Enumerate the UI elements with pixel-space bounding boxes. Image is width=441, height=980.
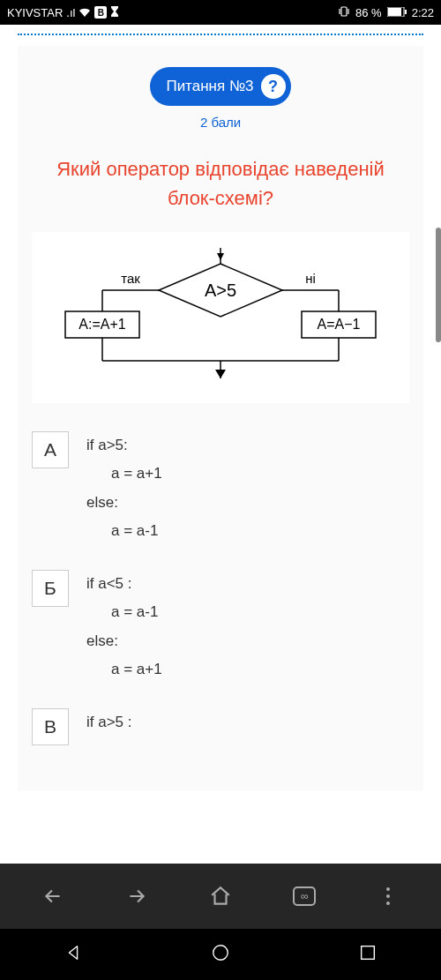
answer-option[interactable]: Вif a>5 :: [32, 708, 409, 745]
nav-recents-button[interactable]: [358, 943, 377, 966]
code-line: a = a+1: [86, 655, 162, 684]
code-line: else:: [86, 627, 162, 655]
svg-rect-0: [341, 7, 347, 16]
answer-code: if a>5 :: [86, 708, 132, 737]
points-label: 2 бали: [32, 115, 409, 130]
battery-percent: 86 %: [355, 6, 382, 19]
vibrate-icon: [338, 6, 350, 19]
question-card: Питання №3 ? 2 бали Який оператор відпов…: [18, 46, 423, 791]
svg-point-18: [213, 946, 228, 961]
code-line: if a<5 :: [86, 570, 162, 598]
svg-rect-3: [405, 10, 407, 14]
question-number: Питання №3: [166, 78, 253, 95]
answer-code: if a<5 :a = a-1else:a = a+1: [86, 570, 162, 684]
wifi-icon: [78, 6, 91, 19]
tabs-count: ∞: [301, 890, 309, 902]
content-scroll[interactable]: Питання №3 ? 2 бали Який оператор відпов…: [0, 25, 441, 864]
status-bar: KYIVSTAR .ıl B 86 % 2:22: [0, 0, 441, 25]
forward-button[interactable]: [110, 885, 163, 908]
answer-letter: В: [32, 708, 69, 745]
b-badge-icon: B: [94, 6, 107, 19]
battery-icon: [387, 6, 407, 19]
nav-home-button[interactable]: [211, 943, 230, 966]
carrier-label: KYIVSTAR: [7, 6, 63, 19]
flowchart-image: A>5 так A:=A+1 ні A=A−1: [32, 232, 409, 403]
dots-icon: [386, 887, 390, 905]
svg-marker-17: [215, 370, 226, 378]
back-button[interactable]: [26, 885, 79, 908]
answer-code: if a>5:a = a+1else:a = a-1: [86, 431, 162, 545]
scrollbar-thumb[interactable]: [436, 228, 441, 342]
status-right: 86 % 2:22: [338, 6, 434, 19]
svg-rect-19: [361, 946, 374, 960]
answer-option[interactable]: Бif a<5 :a = a-1else:a = a+1: [32, 570, 409, 684]
help-icon[interactable]: ?: [261, 74, 286, 99]
separator-line: [18, 34, 423, 35]
browser-toolbar: ∞: [0, 864, 441, 929]
status-left: KYIVSTAR .ıl B: [7, 6, 119, 19]
answer-letter: А: [32, 431, 69, 468]
code-line: a = a-1: [86, 517, 162, 545]
hourglass-icon: [110, 6, 119, 19]
flowchart-yes-action: A:=A+1: [78, 317, 125, 332]
code-line: if a>5 :: [86, 708, 132, 737]
code-line: a = a-1: [86, 598, 162, 626]
flowchart-no-label: ні: [305, 271, 316, 286]
signal-icon: .ıl: [66, 6, 75, 19]
svg-marker-5: [217, 253, 224, 260]
code-line: a = a+1: [86, 460, 162, 488]
answer-letter: Б: [32, 570, 69, 607]
question-text: Який оператор відповідає наведеній блок-…: [32, 154, 409, 213]
flowchart-condition: A>5: [205, 281, 236, 300]
code-line: if a>5:: [86, 431, 162, 460]
flowchart-yes-label: так: [121, 271, 140, 286]
clock-time: 2:22: [412, 6, 434, 19]
menu-button[interactable]: [362, 887, 415, 905]
tabs-button[interactable]: ∞: [278, 886, 331, 906]
system-nav-bar: [0, 929, 441, 980]
code-line: else:: [86, 489, 162, 517]
nav-back-button[interactable]: [64, 943, 83, 966]
home-button[interactable]: [194, 885, 247, 908]
svg-rect-2: [388, 8, 401, 16]
flowchart-no-action: A=A−1: [318, 317, 361, 332]
question-badge: Питання №3 ?: [150, 67, 290, 106]
answer-option[interactable]: Аif a>5:a = a+1else:a = a-1: [32, 431, 409, 545]
